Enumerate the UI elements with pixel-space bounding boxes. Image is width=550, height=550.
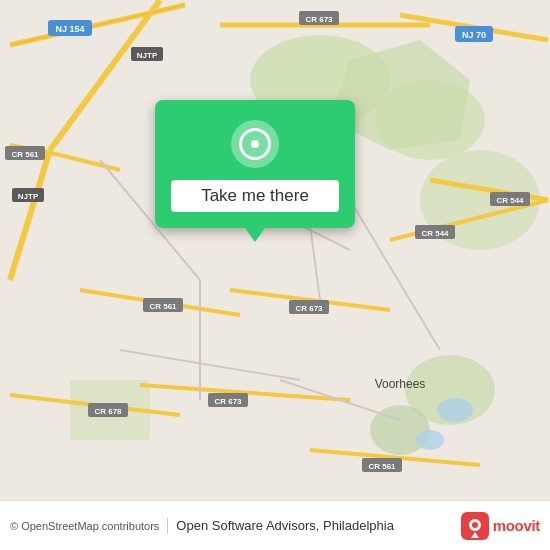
svg-point-61 — [472, 522, 478, 528]
svg-text:NJ 154: NJ 154 — [55, 24, 84, 34]
svg-text:CR 544: CR 544 — [421, 229, 449, 238]
svg-text:NJTP: NJTP — [137, 51, 158, 60]
svg-text:CR 673: CR 673 — [305, 15, 333, 24]
svg-text:Voorhees: Voorhees — [375, 377, 426, 391]
svg-text:CR 561: CR 561 — [368, 462, 396, 471]
svg-text:NJ 70: NJ 70 — [462, 30, 486, 40]
map-container: NJ 154 NJTP CR 673 NJ 70 NJTP CR 561 CR … — [0, 0, 550, 500]
svg-text:NJTP: NJTP — [18, 192, 39, 201]
svg-point-9 — [416, 430, 444, 450]
svg-text:CR 673: CR 673 — [214, 397, 242, 406]
svg-text:CR 678: CR 678 — [94, 407, 122, 416]
copyright-text: © OpenStreetMap contributors — [10, 520, 159, 532]
divider — [167, 518, 168, 534]
bottom-bar: © OpenStreetMap contributors Open Softwa… — [0, 500, 550, 550]
svg-text:CR 561: CR 561 — [149, 302, 177, 311]
location-pin-icon — [231, 120, 279, 168]
moovit-label: moovit — [493, 517, 540, 534]
location-name: Open Software Advisors, Philadelphia — [176, 518, 452, 533]
moovit-logo[interactable]: moovit — [461, 512, 540, 540]
svg-text:CR 544: CR 544 — [496, 196, 524, 205]
svg-text:CR 561: CR 561 — [11, 150, 39, 159]
popup-card[interactable]: Take me there — [155, 100, 355, 228]
take-me-there-button[interactable]: Take me there — [171, 180, 339, 212]
svg-point-8 — [437, 398, 473, 422]
svg-text:CR 673: CR 673 — [295, 304, 323, 313]
moovit-icon — [461, 512, 489, 540]
